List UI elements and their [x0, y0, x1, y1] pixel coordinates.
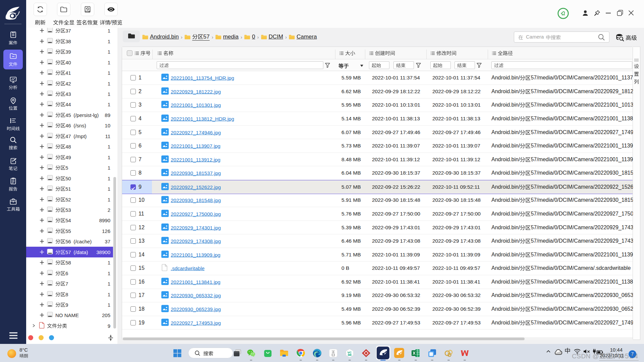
svg-text:VC: VC: [347, 351, 352, 354]
